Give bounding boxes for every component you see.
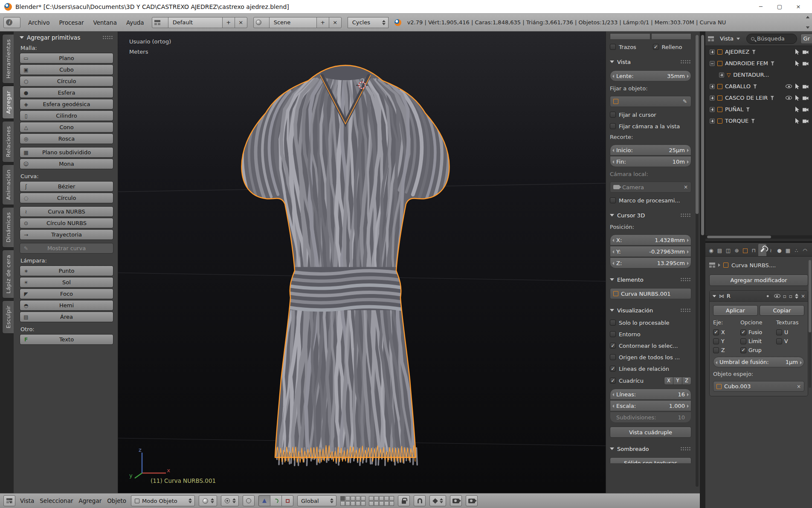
outline-selected-checkbox[interactable]: Contornear lo selec...	[610, 342, 691, 349]
render-camera-icon[interactable]	[803, 49, 809, 54]
npanel-scrollbar[interactable]	[696, 35, 699, 487]
constraints-tab[interactable]: ⊓	[750, 245, 758, 256]
selectable-cursor-icon[interactable]	[795, 61, 800, 66]
eye-icon[interactable]	[786, 84, 792, 88]
add-cilindro-button[interactable]: ▯Cilindro	[20, 110, 113, 121]
render-camera-icon[interactable]	[803, 107, 809, 112]
outliner-filter-truncated[interactable]: Gr	[800, 34, 812, 44]
outliner-item-caballo[interactable]: CABALLO	[705, 81, 812, 92]
menu-agregar[interactable]: Agregar	[78, 497, 102, 504]
copy-button[interactable]: Copiar	[760, 305, 804, 316]
layer-toggle[interactable]	[389, 496, 394, 501]
cursor-z-field[interactable]: Z:13.295cm	[610, 257, 691, 268]
outliner-item-punal[interactable]: PUÑAL	[705, 104, 812, 115]
layer-toggle[interactable]	[384, 496, 389, 501]
modifier-name[interactable]: R	[727, 293, 731, 299]
increment-arrow-icon[interactable]	[800, 361, 802, 364]
render-toggle-icon[interactable]	[765, 294, 771, 298]
add-mona-button[interactable]: ☺Mona	[20, 159, 113, 169]
eyedropper-icon[interactable]: ✎	[683, 99, 688, 104]
viewport-visibility-icon[interactable]	[774, 294, 780, 298]
mirror-z-checkbox[interactable]: Z	[713, 347, 740, 353]
menu-procesar[interactable]: Procesar	[57, 18, 85, 27]
layer-toggle[interactable]	[374, 496, 379, 501]
all-object-origins-checkbox[interactable]: Origen de todos los ...	[610, 353, 691, 361]
layer-toggle[interactable]	[369, 496, 374, 501]
selectable-cursor-icon[interactable]	[795, 107, 800, 112]
editor-type-properties-icon[interactable]	[709, 263, 715, 268]
decrement-arrow-icon[interactable]	[612, 239, 614, 242]
scrollbar-thumb[interactable]	[701, 35, 704, 235]
add-circulo-button[interactable]: ○Círculo	[20, 76, 113, 87]
clip-start-field[interactable]: Inicio:25µm	[610, 144, 691, 156]
tool-tab-lapiz-de-cera[interactable]: Lápiz de cera	[2, 250, 14, 299]
orientation-select[interactable]: Global	[297, 495, 336, 506]
menu-archivo[interactable]: Archivo	[26, 18, 51, 27]
pivot-select[interactable]	[221, 495, 239, 506]
modifiers-tab[interactable]	[758, 244, 766, 256]
render-camera-icon[interactable]	[803, 61, 809, 66]
panel-elemento-header[interactable]: Elemento	[610, 275, 691, 284]
tool-tab-dinamicas[interactable]: Dinámicas	[2, 207, 14, 248]
layer-toggle[interactable]	[340, 501, 345, 506]
texture-u-checkbox[interactable]: U	[776, 329, 788, 335]
merge-threshold-field[interactable]: Umbral de fusión:1µm	[713, 357, 804, 367]
delete-screen-layout-button[interactable]: ×	[235, 17, 247, 28]
scene-field[interactable]: Scene	[269, 17, 317, 28]
increment-arrow-icon[interactable]	[687, 239, 689, 242]
expand-icon[interactable]	[710, 95, 715, 101]
outliner-item-dentadura[interactable]: ▽ DENTADUR...	[705, 69, 812, 81]
particles-tab[interactable]: ∴	[792, 245, 800, 256]
layers-group-1[interactable]	[340, 496, 365, 506]
render-tab[interactable]: ◉	[707, 245, 715, 256]
tool-tab-herramientas[interactable]: Herramientas	[2, 34, 14, 84]
decrement-arrow-icon[interactable]	[612, 404, 614, 408]
layer-toggle[interactable]	[345, 496, 350, 501]
outliner-search-field[interactable]: Búsqueda	[746, 34, 797, 44]
render-layers-tab[interactable]: ▤	[716, 245, 724, 256]
add-cubo-button[interactable]: ▣Cubo	[20, 64, 113, 75]
snap-element-select[interactable]	[429, 495, 446, 506]
increment-arrow-icon[interactable]	[687, 404, 689, 408]
decrement-arrow-icon[interactable]	[612, 250, 614, 254]
layer-toggle[interactable]	[351, 501, 355, 506]
add-curve-circle-button[interactable]: ◌Círculo	[20, 193, 113, 203]
render-camera-icon[interactable]	[803, 84, 809, 89]
decrement-arrow-icon[interactable]	[612, 262, 614, 265]
render-engine-select[interactable]: Cycles	[348, 17, 389, 28]
decrement-arrow-icon[interactable]	[612, 75, 614, 78]
item-name-field[interactable]: Curva NURBS.001	[610, 288, 691, 299]
properties-scrollbar[interactable]	[809, 260, 811, 388]
only-render-checkbox[interactable]: Solo lo procesable	[610, 319, 691, 326]
panel-grip-icon[interactable]	[102, 35, 113, 40]
layer-toggle[interactable]	[340, 496, 345, 501]
draw-curve-button[interactable]: ✎Mostrar curva	[20, 243, 113, 254]
panel-grip-icon[interactable]	[680, 213, 691, 217]
clipped-field[interactable]	[610, 33, 650, 39]
panel-sombreado-header[interactable]: Sombreado	[610, 444, 691, 453]
clipped-field[interactable]	[651, 33, 692, 39]
decrement-arrow-icon[interactable]	[612, 393, 614, 396]
clipping-checkbox[interactable]: Limit	[740, 338, 776, 344]
grid-scale-field[interactable]: Escala:1.000	[610, 400, 691, 411]
tool-tab-relaciones[interactable]: Relaciones	[2, 121, 14, 162]
outliner-item-androide-fem[interactable]: ANDROIDE FEM	[705, 58, 812, 69]
grid-lines-field[interactable]: Líneas:16	[610, 389, 691, 400]
physics-tab[interactable]: ◠	[801, 245, 809, 256]
layer-toggle[interactable]	[374, 501, 379, 506]
panel-agregar-primitivas-header[interactable]: Agregar primitivas	[20, 34, 113, 41]
add-plano-subdividido-button[interactable]: ▦Plano subdividido	[20, 147, 113, 158]
scene-tab[interactable]: ◫	[724, 245, 732, 256]
mirror-y-checkbox[interactable]: Y	[713, 338, 740, 344]
add-plano-button[interactable]: ▭Plano	[20, 53, 113, 64]
layer-toggle[interactable]	[369, 501, 374, 506]
editor-type-info-button[interactable]: i	[3, 17, 20, 28]
cursor-y-field[interactable]: Y:-0.27963mm	[610, 246, 691, 257]
world-tab[interactable]: ⊕	[733, 245, 741, 256]
panel-cursor3d-header[interactable]: Cursor 3D	[610, 211, 691, 220]
add-lamp-sol-button[interactable]: ☀Sol	[20, 277, 113, 288]
delete-scene-button[interactable]: ×	[329, 17, 342, 28]
add-lamp-punto-button[interactable]: ∗Punto	[20, 266, 113, 276]
grid-subdivisions-field[interactable]: Subdivisiones:10	[610, 412, 691, 423]
tool-tab-animacion[interactable]: Animación	[2, 165, 14, 205]
